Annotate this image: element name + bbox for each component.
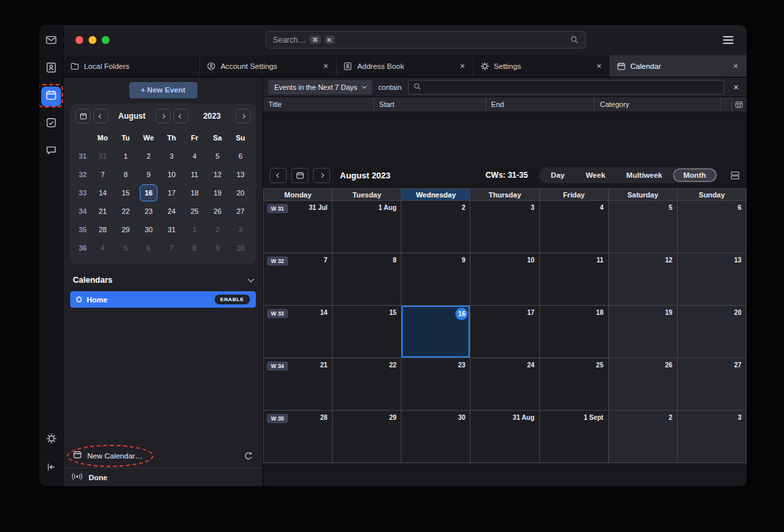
mini-calendar-day[interactable]: 4	[183, 147, 206, 165]
month-day-cell[interactable]: 10	[470, 253, 539, 306]
week-number-badge[interactable]: W 33	[267, 309, 288, 318]
mini-calendar-week-number[interactable]: 31	[74, 147, 91, 165]
mini-calendar-day[interactable]: 16	[140, 184, 157, 201]
month-day-cell[interactable]: 25	[540, 358, 609, 411]
month-day-cell[interactable]: 19	[609, 306, 678, 358]
event-list-empty[interactable]	[263, 112, 747, 162]
month-day-cell[interactable]: 3	[470, 201, 539, 253]
calendar-enable-badge[interactable]: ENABLE	[215, 295, 251, 304]
month-day-cell[interactable]: 26	[609, 358, 678, 411]
month-day-cell[interactable]: 12	[609, 253, 678, 306]
mini-calendar-day[interactable]: 10	[160, 165, 183, 184]
month-day-cell[interactable]: 13	[678, 253, 747, 306]
mini-calendar-day[interactable]: 18	[183, 184, 206, 202]
mini-calendar-day[interactable]: 28	[91, 220, 114, 239]
mini-calendar-day[interactable]: 31	[160, 220, 183, 239]
mini-calendar-day[interactable]: 8	[183, 239, 206, 257]
mini-calendar-day[interactable]: 10	[229, 239, 252, 257]
view-button-multiweek[interactable]: Multiweek	[616, 169, 673, 182]
sync-calendars-button[interactable]	[243, 451, 253, 461]
tab-close-icon[interactable]: ×	[459, 61, 466, 71]
next-year-button[interactable]	[236, 109, 251, 123]
spaces-item-settings[interactable]	[41, 430, 61, 449]
month-day-cell[interactable]: 30	[402, 411, 470, 463]
go-to-today-button[interactable]	[291, 168, 308, 183]
mini-calendar-day[interactable]: 7	[160, 239, 183, 257]
tab-local-folders[interactable]: Local Folders	[64, 55, 200, 77]
mini-calendar-week-number[interactable]: 36	[74, 239, 91, 257]
week-number-badge[interactable]: W 35	[267, 414, 288, 423]
tab-close-icon[interactable]: ×	[322, 61, 330, 71]
event-search-field[interactable]	[408, 80, 724, 94]
mini-calendar-day[interactable]: 20	[229, 184, 252, 202]
month-day-cell[interactable]: 22	[333, 358, 402, 411]
mini-calendar-week-number[interactable]: 34	[74, 202, 91, 220]
mini-calendar-day[interactable]: 29	[114, 220, 137, 239]
mini-calendar-day[interactable]: 11	[183, 165, 206, 184]
calendar-pane-toggle-icon[interactable]	[730, 171, 740, 180]
month-day-cell[interactable]: 8	[333, 253, 402, 306]
mini-calendar-day[interactable]: 9	[206, 239, 229, 257]
month-day-cell[interactable]: 11	[540, 253, 609, 306]
month-day-cell[interactable]: 5	[609, 201, 678, 253]
minimize-window-button[interactable]	[89, 36, 96, 44]
mini-calendar-day[interactable]: 14	[91, 184, 114, 202]
spaces-item-chat[interactable]	[41, 142, 61, 161]
mini-calendar-day[interactable]: 2	[206, 220, 229, 239]
month-day-cell[interactable]: W 3314	[264, 306, 333, 358]
week-number-badge[interactable]: W 34	[267, 361, 288, 371]
previous-period-button[interactable]	[270, 168, 287, 183]
column-header-end[interactable]: End	[486, 97, 595, 112]
month-day-cell[interactable]: W 3528	[264, 411, 333, 463]
spaces-item-calendar[interactable]	[41, 87, 61, 106]
mini-calendar-day[interactable]: 12	[206, 165, 229, 184]
calendars-section-header[interactable]: Calendars	[64, 269, 262, 289]
month-day-cell[interactable]: 3	[678, 411, 747, 463]
mini-calendar-day[interactable]: 8	[114, 165, 137, 184]
week-number-badge[interactable]: W 32	[267, 256, 288, 266]
mini-calendar-day[interactable]: 2	[137, 147, 160, 165]
mini-calendar-day[interactable]: 31	[91, 147, 114, 165]
mini-calendar-day[interactable]: 30	[137, 220, 160, 239]
mini-calendar-day[interactable]: 5	[114, 239, 137, 257]
month-day-cell[interactable]: 16	[402, 306, 470, 358]
month-day-cell[interactable]: 2	[402, 201, 470, 253]
view-button-month[interactable]: Month	[673, 169, 716, 182]
month-day-cell[interactable]: W 327	[264, 253, 333, 306]
tab-settings[interactable]: Settings ×	[474, 55, 610, 77]
month-day-cell[interactable]: 6	[678, 201, 747, 253]
month-day-cell[interactable]: 31 Aug	[470, 411, 539, 463]
spaces-item-address-book[interactable]	[41, 59, 61, 79]
column-header-start[interactable]: Start	[374, 97, 486, 112]
mini-calendar-day[interactable]: 25	[183, 202, 206, 220]
close-window-button[interactable]	[75, 36, 83, 44]
new-calendar-button[interactable]: New Calendar…	[87, 452, 142, 460]
event-search-input[interactable]	[425, 83, 719, 91]
month-day-cell[interactable]: 2	[609, 411, 678, 463]
tab-calendar[interactable]: Calendar ×	[610, 55, 747, 77]
mini-calendar-day[interactable]: 5	[206, 147, 229, 165]
previous-year-button[interactable]	[173, 109, 188, 123]
mini-calendar-day[interactable]: 6	[137, 239, 160, 257]
mini-calendar-day[interactable]: 19	[206, 184, 229, 202]
month-day-cell[interactable]: W 3421	[264, 358, 333, 411]
column-header-category[interactable]: Category	[594, 97, 720, 112]
week-number-badge[interactable]: W 31	[267, 204, 288, 213]
column-picker-icon[interactable]	[732, 97, 747, 112]
previous-month-button[interactable]	[93, 109, 108, 123]
mini-calendar-day[interactable]: 22	[114, 202, 137, 220]
mini-calendar-day[interactable]: 21	[91, 202, 114, 220]
spaces-item-tasks[interactable]	[41, 114, 61, 134]
month-day-cell[interactable]: 23	[402, 358, 470, 411]
spaces-item-mail[interactable]	[41, 31, 61, 51]
mini-calendar-day[interactable]: 13	[229, 165, 252, 184]
month-day-cell[interactable]: 29	[333, 411, 402, 463]
tab-close-icon[interactable]: ×	[595, 61, 603, 71]
tab-account-settings[interactable]: Account Settings ×	[200, 55, 337, 77]
mini-calendar-week-number[interactable]: 32	[74, 165, 91, 184]
tab-address-book[interactable]: Address Book ×	[337, 55, 473, 77]
month-day-cell[interactable]: W 3131 Jul	[264, 201, 333, 253]
month-day-cell[interactable]: 24	[470, 358, 539, 411]
app-menu-button[interactable]	[722, 33, 735, 47]
mini-calendar-week-number[interactable]: 35	[74, 220, 91, 239]
